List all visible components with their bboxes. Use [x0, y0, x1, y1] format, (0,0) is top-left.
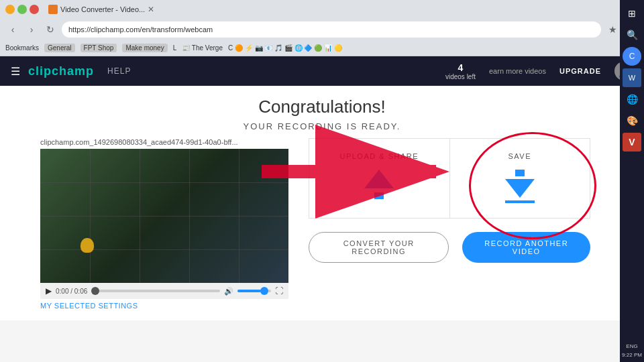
maximize-button[interactable]: [17, 5, 27, 14]
bookmark-theverge[interactable]: 📰 The Verge: [182, 44, 223, 52]
titlebar: Video Converter - Video... ✕: [0, 0, 644, 19]
bookmark-icons[interactable]: C 🟠 ⚡ 📷 📧 🎵 🎬 🌐 🔷 🟢 📊 🟡: [228, 44, 342, 52]
back-button[interactable]: ‹: [5, 22, 20, 37]
time-total: 0:06: [74, 288, 87, 295]
taskbar-chrome[interactable]: C: [623, 47, 641, 66]
fullscreen-button[interactable]: ⛶: [275, 286, 283, 296]
video-preview: [40, 149, 288, 283]
bottom-buttons: CONVERT YOUR RECORDING RECORD ANOTHER VI…: [309, 232, 590, 263]
window-controls[interactable]: [5, 5, 39, 14]
volume-icon: 🔊: [224, 287, 233, 296]
tab-title: Video Converter - Video...: [60, 5, 145, 13]
app-header: ☰ clipchamp HELP 4 videos left earn more…: [0, 56, 644, 86]
volume-fill: [237, 290, 261, 292]
save-label: SAVE: [508, 152, 531, 160]
tab-close-icon[interactable]: ✕: [148, 5, 154, 14]
bookmark-makemoney[interactable]: Make money: [122, 44, 167, 52]
main-content: Congratulations! YOUR RECORDING IS READY…: [0, 86, 644, 320]
upgrade-button[interactable]: UPGRADE: [559, 67, 601, 75]
settings-link[interactable]: MY SELECTED SETTINGS: [40, 302, 295, 310]
action-panel: UPLOAD & SHARE SAVE: [295, 138, 604, 310]
bookmark-fptshop[interactable]: FPT Shop: [80, 44, 117, 52]
upload-share-card[interactable]: UPLOAD & SHARE: [309, 138, 449, 219]
bookmark-bookmarks[interactable]: Bookmarks: [5, 44, 39, 52]
convert-button[interactable]: CONVERT YOUR RECORDING: [309, 232, 449, 263]
address-bar[interactable]: [62, 21, 601, 38]
language-indicator: ENG: [626, 343, 637, 349]
taskbar-start[interactable]: ⊞: [623, 4, 641, 23]
content-row: clipchamp.com_1492698080334_acaed474-99d…: [27, 138, 617, 310]
video-container: [40, 149, 288, 283]
help-link[interactable]: HELP: [107, 66, 131, 76]
bookmark-button[interactable]: ★: [605, 22, 620, 37]
arrow-base: [374, 192, 384, 199]
upload-arrow: [364, 170, 394, 199]
taskbar-browser[interactable]: 🌐: [623, 90, 641, 109]
arrow-down-base: [515, 170, 525, 176]
arrow-down-line: [505, 200, 535, 203]
download-arrow: [505, 170, 535, 203]
congrats-title: Congratulations!: [258, 97, 385, 117]
hamburger-icon[interactable]: ☰: [11, 65, 20, 78]
browser-chrome: Video Converter - Video... ✕ ‹ › ↻ ★ ⋮ B…: [0, 0, 644, 56]
play-button[interactable]: ▶: [46, 286, 52, 296]
earn-more-link[interactable]: earn more videos: [489, 67, 546, 75]
recording-ready-text: YOUR RECORDING IS READY.: [244, 121, 401, 131]
taskbar-search[interactable]: 🔍: [623, 25, 641, 44]
tab-favicon: [48, 5, 58, 14]
videos-count: 4: [445, 62, 476, 73]
volume-bar[interactable]: [237, 290, 271, 292]
taskbar-word[interactable]: W: [623, 68, 641, 87]
forward-button[interactable]: ›: [24, 22, 39, 37]
addressbar-row: ‹ › ↻ ★ ⋮: [0, 19, 644, 40]
save-card[interactable]: SAVE: [449, 138, 591, 219]
reload-button[interactable]: ↻: [43, 22, 58, 37]
brand-logo: clipchamp: [28, 64, 94, 78]
volume-thumb: [260, 287, 268, 295]
record-another-button[interactable]: RECORD ANOTHER VIDEO: [462, 232, 590, 263]
arrow-up-icon: [364, 170, 394, 188]
clock: 9:22 PM: [622, 352, 642, 358]
bookmark-general[interactable]: General: [44, 44, 75, 52]
taskbar-system: ENG 9:22 PM: [622, 343, 642, 358]
arrow-down-icon: [505, 179, 535, 198]
action-buttons-row: UPLOAD & SHARE SAVE: [309, 138, 590, 219]
videos-left-indicator: 4 videos left: [445, 62, 476, 80]
taskbar-paint[interactable]: 🎨: [623, 111, 641, 130]
brand-text: clipchamp: [28, 64, 94, 78]
bookmark-l[interactable]: L: [173, 44, 177, 52]
progress-thumb: [91, 287, 99, 295]
video-filename: clipchamp.com_1492698080334_acaed474-99d…: [40, 138, 295, 146]
yellow-object: [80, 238, 94, 253]
bookmarks-bar: Bookmarks General FPT Shop Make money L …: [0, 40, 644, 56]
upload-label: UPLOAD & SHARE: [339, 152, 419, 160]
videos-left-label: videos left: [445, 73, 476, 80]
header-right: 4 videos left earn more videos UPGRADE 👤: [445, 62, 633, 80]
progress-bar[interactable]: [91, 290, 220, 292]
time-current: 0:00: [56, 288, 68, 295]
shelf-overlay: [40, 149, 288, 283]
video-controls: ▶ 0:00 / 0:06 🔊 ⛶: [40, 283, 288, 299]
time-display: 0:00 / 0:06: [56, 288, 87, 295]
close-button[interactable]: [30, 5, 39, 14]
minimize-button[interactable]: [5, 5, 15, 14]
taskbar: ⊞ 🔍 C W 🌐 🎨 V ENG 9:22 PM: [620, 0, 644, 362]
video-panel: clipchamp.com_1492698080334_acaed474-99d…: [40, 138, 295, 310]
taskbar-v[interactable]: V: [623, 133, 641, 152]
